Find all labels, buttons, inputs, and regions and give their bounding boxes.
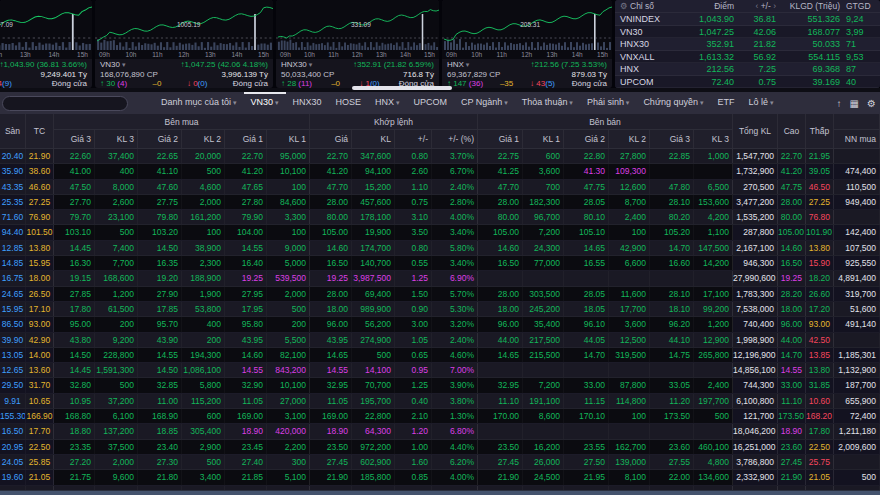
tab-thỏa-thuận[interactable]: Thỏa thuận ▾ [515,92,580,114]
panel-volume-row: 168,076,890 CP3,996.139 Tỷ [100,70,268,80]
board-row[interactable]: 12.6513.6014.451,591,30014.501,086,10014… [0,363,880,378]
board-row[interactable]: 20.4021.9022.6037,40022.6520,00022.7095,… [0,149,880,164]
board-cell: 14.50 [54,348,95,362]
board-cell: 3,600 [609,317,650,331]
index-table-row[interactable]: HNX212.567.2569.36887 [615,63,880,76]
board-row[interactable]: 12.8513.8014.457,40014.5038,90014.559,00… [0,241,880,256]
board-cell: 11.15 [564,394,609,408]
board-cell: 39.90 [0,333,26,347]
nav-bar: Danh mục của tôi ▾VN30 ▾HNX30HOSEHNX ▾UP… [0,92,880,114]
board-cell: 0.80 [395,241,432,255]
board-cell: 400 [182,317,225,331]
horizontal-scrollbar[interactable] [0,490,880,495]
board-cell: 0.95 [395,363,432,377]
index-table-row[interactable]: VN301,047.2542.06168.0773,99 [615,26,880,39]
board-row[interactable]: 155.30166.90168.806,100168.90600169.003,… [0,409,880,424]
board-row[interactable]: 94.40101.50103.10500103.20100104.0010010… [0,225,880,240]
board-cell: 5.80% [432,241,478,255]
index-volume: 168,076,890 CP [100,70,158,80]
panel-info: HNX ▾↑212.56 (7.25 3.53%)69,367,829 CP87… [442,59,612,88]
panels-scroll-handle[interactable] [352,86,452,90]
gear-icon[interactable]: ⚙ [620,1,628,11]
board-cell: 169.00 [225,409,267,423]
board-cell: 5,800 [182,378,225,392]
board-cell: 27.55 [650,455,694,469]
time-tick-label: 09h [99,50,110,59]
board-cell: 38.60 [26,164,54,178]
board-cell: 27.25 [806,195,834,209]
arrow-up-icon[interactable]: ↑ [837,98,842,109]
search-input[interactable] [2,96,128,111]
tab-chứng-quyền[interactable]: Chứng quyền ▾ [636,92,710,114]
col-header-san: Sàn [0,114,26,149]
board-cell: 16,200 [523,440,564,454]
board-row[interactable]: 35.9038.6041.0040041.1050041.2010,10041.… [0,164,880,179]
index-table-row[interactable]: VNINDEX1,043.9036.81551.3269,24 [615,13,880,26]
chevron-down-icon: ▾ [394,99,399,106]
board-row[interactable]: 16.7518.0019.15168,60019.20188,90019.255… [0,271,880,286]
index-name-dropdown[interactable]: HNX ▾ [447,60,469,70]
board-row[interactable]: 9.9110.6510.9537,20011.00115,20011.0527,… [0,394,880,409]
tab-danh-mục-của-tôi[interactable]: Danh mục của tôi ▾ [154,92,244,114]
board-row[interactable]: 20.9522.5023.3537,50023.402,90023.452,20… [0,440,880,455]
board-cell: 24.05 [0,455,26,469]
index-header-name[interactable]: ⚙ Chỉ số [615,0,675,12]
board-row[interactable]: 43.3546.6047.508,00047.604,60047.6510047… [0,180,880,195]
tab-hose[interactable]: HOSE [329,92,369,114]
board-cell: 42.50 [806,333,834,347]
board-cell: 107,500 [834,241,880,255]
index-table-row[interactable]: UPCOM72.400.7539.16940 [615,76,880,89]
board-cell: 76.90 [26,210,54,224]
tab-etf[interactable]: ETF [710,92,741,114]
board-row[interactable]: 16.5017.7018.80137,20018.85305,40018.904… [0,424,880,439]
tab-upcom[interactable]: UPCOM [407,92,455,114]
board-row[interactable]: 13.0514.0014.50228,80014.55194,30014.608… [0,348,880,363]
gear-icon[interactable]: ⚙ [867,98,876,109]
tab-vn30[interactable]: VN30 ▾ [244,92,286,114]
board-row[interactable]: 14.8515.9516.307,70016.352,30016.405,000… [0,256,880,271]
board-cell: 3,100 [267,409,310,423]
index-name-dropdown[interactable]: HNX30 ▾ [281,60,312,70]
index-header-chg[interactable]: ‹ +/- › [737,0,779,12]
board-row[interactable]: 71.6076.9079.7023,10079.80161,20079.903,… [0,210,880,225]
index-table-row[interactable]: HNX30352.9121.8250.03371 [615,38,880,51]
tab-hnx[interactable]: HNX ▾ [368,92,406,114]
board-cell: 28.05 [564,195,609,209]
board-row[interactable]: 15.9517.1017.8061,50017.8553,80017.95500… [0,302,880,317]
board-cell: 168.90 [138,409,182,423]
board-cell: 70,700 [352,378,395,392]
time-tick-label: 15h [77,50,88,59]
board-row[interactable]: 19.6021.0521.759,60021.803,40021.855,100… [0,470,880,485]
index-row-gtgd: 9,24 [843,13,880,25]
index-table-row[interactable]: VNXALL1,613.3256.92554.1159,53 [615,51,880,64]
board-cell [564,271,609,285]
board-cell [834,333,880,347]
tab-hnx30[interactable]: HNX30 [286,92,329,114]
board-cell: 21.05 [26,470,54,484]
market-status: Đóng cửa [233,79,268,88]
tab-lô-lẻ[interactable]: Lô lẻ ▾ [741,92,780,114]
board-cell: 400 [95,164,138,178]
board-cell: 16.50 [778,256,806,270]
col-header-cao: Cao [778,114,806,149]
layout-columns-icon[interactable]: ▦ [850,98,859,109]
board-cell: 32.95 [478,378,523,392]
board-cell: 16.75 [0,271,26,285]
index-row-gtgd: 40 [843,76,880,88]
board-cell: 2,000 [267,287,310,301]
board-row[interactable]: 29.5031.7032.8050032.855,80032.9010,1003… [0,378,880,393]
tab-phái-sinh[interactable]: Phái sinh ▾ [580,92,637,114]
index-row-diem: 72.40 [675,76,737,88]
board-row[interactable]: 24.0525.8527.202,00027.3050027.4030027.4… [0,455,880,470]
board-cell: 13.60 [26,363,54,377]
board-cell: 178,100 [352,210,395,224]
board-cell: 14,200 [694,256,733,270]
board-row[interactable]: 24.6526.5027.851,20027.901,90027.952,000… [0,287,880,302]
board-row[interactable]: 25.3527.2527.702,60027.752,00027.8084,60… [0,195,880,210]
index-name-dropdown[interactable]: VN30 ▾ [100,60,125,70]
tab-cp-ngành[interactable]: CP Ngành ▾ [454,92,515,114]
board-row[interactable]: 86.5093.0095.0020095.7040095.8020096.005… [0,317,880,332]
board-cell: 2,000 [182,195,225,209]
board-cell: 303,500 [523,287,564,301]
board-row[interactable]: 39.9042.9043.809,20043.9020043.955,50043… [0,333,880,348]
